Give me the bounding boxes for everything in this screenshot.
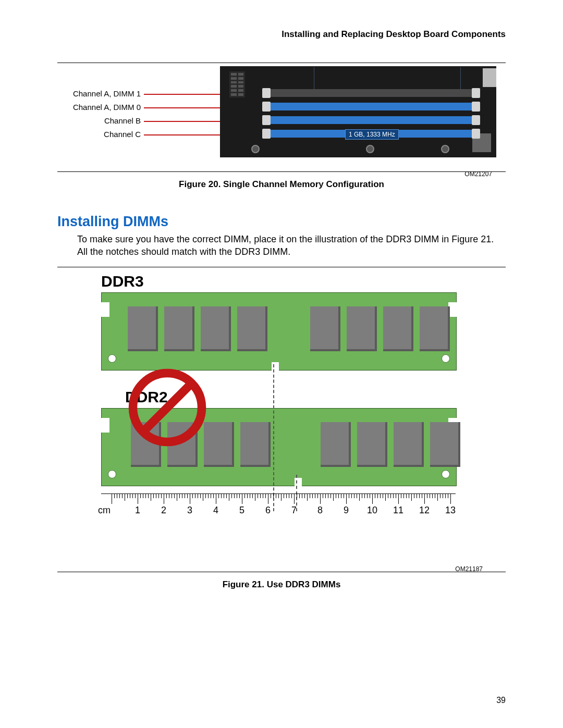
figure-21: DDR3 DDR2 (57, 267, 506, 590)
dimm-slot-a1 (270, 89, 473, 97)
figure-rule-bottom (57, 572, 506, 572)
ddr3-dimm-illustration (101, 292, 457, 371)
ruler-mark: 9 (344, 505, 349, 516)
page-number: 39 (496, 696, 506, 705)
ruler-mark: 2 (161, 505, 166, 516)
ruler: cm 12345678910111213 (101, 493, 456, 516)
ruler-mark: 10 (367, 505, 377, 516)
motherboard-diagram: 1 GB, 1333 MHz (220, 66, 496, 157)
ddr3-label: DDR3 (101, 273, 485, 290)
figure-21-caption: Figure 21. Use DDR3 DIMMs (57, 579, 506, 590)
ruler-mark: 5 (239, 505, 244, 516)
alignment-guide (273, 364, 274, 511)
ruler-mark: 8 (317, 505, 323, 516)
svg-line-1 (144, 384, 191, 431)
installed-dimm-label: 1 GB, 1333 MHz (345, 129, 399, 140)
figure-20-caption: Figure 20. Single Channel Memory Configu… (57, 179, 506, 190)
ruler-mark: 7 (291, 505, 297, 516)
dimm-slot-c: 1 GB, 1333 MHz (270, 130, 473, 138)
callout-channel-c: Channel C (57, 130, 141, 139)
ruler-mark: 3 (187, 505, 192, 516)
section-heading: Installing DIMMs (57, 214, 506, 230)
running-header: Installing and Replacing Desktop Board C… (57, 29, 506, 40)
callout-channel-a-dimm1: Channel A, DIMM 1 (57, 89, 141, 98)
figure-20: Channel A, DIMM 1 Channel A, DIMM 0 Chan… (57, 63, 506, 190)
ruler-mark: 13 (445, 505, 456, 516)
ruler-mark: 1 (135, 505, 140, 516)
ruler-mark: 11 (393, 505, 403, 516)
figure-rule-bottom (57, 171, 506, 172)
figure-image-id: OM21187 (455, 565, 483, 573)
dimm-slot-b (270, 116, 473, 124)
dimm-slot-a0 (270, 103, 473, 110)
figure-image-id: OM21207 (464, 170, 492, 178)
callout-channel-a-dimm0: Channel A, DIMM 0 (57, 103, 141, 112)
ruler-mark: 12 (419, 505, 430, 516)
ruler-mark: 4 (213, 505, 218, 516)
callout-channel-b: Channel B (57, 116, 141, 125)
ruler-mark: 6 (265, 505, 271, 516)
ruler-unit: cm (98, 505, 111, 516)
prohibited-icon (128, 368, 206, 447)
section-paragraph: To make sure you have the correct DIMM, … (77, 233, 506, 258)
